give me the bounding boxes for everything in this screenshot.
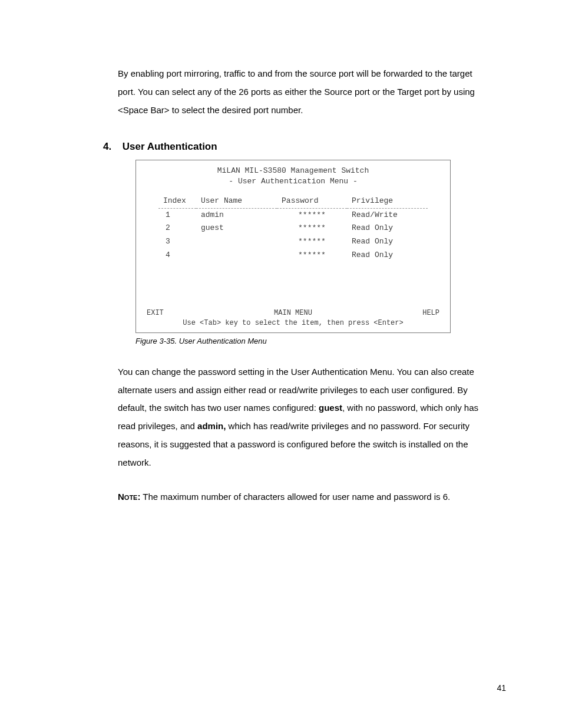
figure-terminal-box: MiLAN MIL-S3580 Management Switch - User… [135, 160, 451, 333]
cell-password: ****** [277, 249, 347, 262]
footer-center-top: MAIN MENU [176, 308, 410, 318]
table-row: 4 ****** Read Only [158, 249, 428, 262]
cell-password: ****** [277, 222, 347, 235]
col-header-index: Index [158, 196, 196, 208]
cell-password: ****** [277, 235, 347, 249]
table-row: 1 admin ****** Read/Write [158, 208, 428, 222]
bold-guest: guest [319, 403, 342, 413]
table-header-row: Index User Name Password Privilege [158, 196, 428, 208]
section-heading: 4. User Authentication [103, 140, 485, 154]
col-header-password: Password [277, 196, 347, 208]
document-page: By enabling port mirroring, traffic to a… [0, 0, 562, 728]
page-number: 41 [497, 683, 506, 693]
cell-privilege: Read/Write [347, 208, 428, 222]
figure-caption: Figure 3-35. User Authentication Menu [135, 337, 485, 345]
body-paragraph-1: You can change the password setting in t… [118, 363, 485, 472]
cell-user [196, 235, 277, 249]
cell-index: 2 [158, 222, 196, 235]
section-number: 4. [103, 140, 120, 154]
section-title: User Authentication [123, 141, 217, 152]
auth-table: Index User Name Password Privilege 1 adm… [158, 196, 428, 306]
figure-footer: EXIT MAIN MENU Use <Tab> key to select t… [147, 308, 439, 329]
cell-user: admin [196, 208, 277, 222]
cell-index: 4 [158, 249, 196, 262]
note-paragraph: Note: The maximum number of characters a… [118, 488, 485, 506]
cell-user [196, 249, 277, 262]
note-text: The maximum number of characters allowed… [140, 492, 450, 502]
cell-privilege: Read Only [347, 249, 428, 262]
col-header-user: User Name [196, 196, 277, 208]
figure-subtitle: - User Authentication Menu - [147, 176, 439, 187]
cell-index: 1 [158, 208, 196, 222]
footer-center-bottom: Use <Tab> key to select the item, then p… [176, 318, 410, 328]
cell-user: guest [196, 222, 277, 235]
cell-index: 3 [158, 235, 196, 249]
intro-paragraph: By enabling port mirroring, traffic to a… [118, 65, 485, 119]
footer-right: HELP [410, 308, 439, 318]
footer-left: EXIT [147, 308, 176, 318]
cell-privilege: Read Only [347, 235, 428, 249]
footer-center: MAIN MENU Use <Tab> key to select the it… [176, 308, 410, 329]
note-label: Note: [118, 492, 140, 502]
table-spacer [158, 262, 428, 306]
cell-password: ****** [277, 208, 347, 222]
table-row: 2 guest ****** Read Only [158, 222, 428, 235]
bold-admin: admin, [197, 421, 226, 431]
col-header-privilege: Privilege [347, 196, 428, 208]
cell-privilege: Read Only [347, 222, 428, 235]
table-row: 3 ****** Read Only [158, 235, 428, 249]
figure-title: MiLAN MIL-S3580 Management Switch [147, 166, 439, 176]
